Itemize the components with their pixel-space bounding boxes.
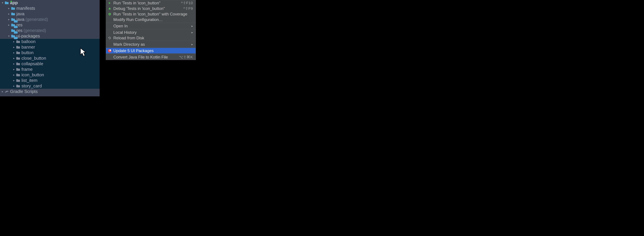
menu-label: Local History xyxy=(113,30,192,35)
tree-node-story-card[interactable]: ▸ story_card xyxy=(0,83,100,89)
resource-folder-icon xyxy=(11,35,15,38)
menu-update-ui-packages[interactable]: Update 5 UI Packages xyxy=(106,48,196,53)
coverage-icon xyxy=(107,13,112,16)
menu-separator xyxy=(106,47,196,48)
tree-node-java[interactable]: ▸ java xyxy=(0,11,100,17)
tree-node-frame[interactable]: ▸ frame xyxy=(0,67,100,72)
submenu-arrow-icon: ▸ xyxy=(192,43,193,46)
folder-icon xyxy=(16,51,20,54)
chevron-right-icon: ▸ xyxy=(12,84,16,88)
folder-icon xyxy=(16,85,20,87)
chevron-right-icon: ▸ xyxy=(12,68,16,71)
menu-shortcut: ⌥⇧⌘K xyxy=(179,55,193,59)
menu-reload-from-disk[interactable]: Reload from Disk xyxy=(106,35,196,41)
menu-shortcut: ^⇧F9 xyxy=(183,6,193,11)
folder-icon xyxy=(16,40,20,43)
menu-label: Modify Run Configuration… xyxy=(113,17,193,22)
tree-label: icon_button xyxy=(22,72,44,77)
tree-label: list_item xyxy=(22,78,38,83)
tree-label: manifests xyxy=(16,6,35,11)
tree-label-suffix: (generated) xyxy=(24,28,46,33)
tree-node-close-button[interactable]: ▸ close_button xyxy=(0,55,100,61)
menu-label: Debug 'Tests in 'icon_button'' xyxy=(113,6,183,11)
menu-label: Update 5 UI Packages xyxy=(113,48,193,53)
folder-icon xyxy=(16,46,20,49)
submenu-arrow-icon: ▸ xyxy=(192,24,193,28)
chevron-right-icon: ▸ xyxy=(12,46,16,49)
menu-label: Reload from Disk xyxy=(113,36,193,40)
folder-icon xyxy=(11,13,15,15)
folder-icon xyxy=(16,63,20,65)
chevron-right-icon: ▸ xyxy=(8,18,10,21)
chevron-right-icon: ▸ xyxy=(12,51,16,54)
menu-run-coverage[interactable]: Run 'Tests in 'icon_button'' with Covera… xyxy=(106,11,196,17)
tree-node-java-generated[interactable]: ▸ java (generated) xyxy=(0,17,100,22)
chevron-right-icon: ▸ xyxy=(8,12,10,16)
tree-node-collapsable[interactable]: ▸ collapsable xyxy=(0,61,100,67)
bug-icon xyxy=(107,7,112,10)
tree-node-icon-button[interactable]: ▸ icon_button xyxy=(0,72,100,78)
tree-node-manifests[interactable]: ▸ manifests xyxy=(0,6,100,11)
menu-label: Run 'Tests in 'icon_button'' with Covera… xyxy=(113,12,193,17)
tree-label-suffix: (generated) xyxy=(26,17,48,22)
module-active-dot-icon xyxy=(10,1,12,2)
tree-node-res[interactable]: ▸ res xyxy=(0,22,100,28)
tree-node-button[interactable]: ▸ button xyxy=(0,50,100,55)
chevron-down-icon: ▾ xyxy=(8,35,10,38)
tree-node-app[interactable]: ▾ app xyxy=(0,0,100,6)
project-tree-panel: ▾ app ▸ manifests ▸ java ▸ java (generat… xyxy=(0,0,100,96)
chevron-right-icon: ▸ xyxy=(12,62,16,65)
chevron-down-icon: ▾ xyxy=(1,1,4,4)
tree-node-balloon[interactable]: ▸ balloon xyxy=(0,39,100,44)
tree-label: balloon xyxy=(22,39,36,44)
menu-local-history[interactable]: Local History ▸ xyxy=(106,30,196,35)
folder-icon xyxy=(11,7,15,10)
tree-node-banner[interactable]: ▸ banner xyxy=(0,44,100,50)
gradle-icon xyxy=(5,90,9,93)
chevron-right-icon: ▸ xyxy=(1,90,4,93)
folder-icon xyxy=(16,74,20,76)
resource-folder-icon xyxy=(11,24,15,26)
menu-mark-directory-as[interactable]: Mark Directory as ▸ xyxy=(106,42,196,47)
folder-generated-icon xyxy=(11,18,15,21)
chevron-right-icon: ▸ xyxy=(12,79,16,82)
chevron-right-icon: ▸ xyxy=(8,7,10,10)
tree-label: java xyxy=(16,11,24,17)
tree-node-res-generated[interactable]: ▸ res (generated) xyxy=(0,28,100,33)
chevron-right-icon: ▸ xyxy=(12,73,16,76)
tree-node-ui-packages[interactable]: ▾ ui-packages xyxy=(0,33,100,39)
play-icon xyxy=(107,2,112,4)
menu-open-in[interactable]: Open In ▸ xyxy=(106,23,196,29)
menu-label: Open In xyxy=(113,24,192,28)
submenu-arrow-icon: ▸ xyxy=(192,31,193,34)
menu-debug-tests[interactable]: Debug 'Tests in 'icon_button'' ^⇧F9 xyxy=(106,6,196,11)
menu-separator xyxy=(106,29,196,29)
resource-folder-generated-icon xyxy=(11,29,15,32)
chevron-right-icon: ▸ xyxy=(12,40,16,43)
tree-label: story_card xyxy=(22,83,42,89)
tree-node-gradle-scripts[interactable]: ▸ Gradle Scripts xyxy=(0,89,100,94)
tree-label: frame xyxy=(22,67,32,72)
tree-label: java xyxy=(16,17,24,22)
chevron-right-icon: ▸ xyxy=(8,23,10,27)
context-menu: Run 'Tests in 'icon_button'' ^⇧F10 Debug… xyxy=(106,0,196,60)
menu-modify-run-config[interactable]: Modify Run Configuration… xyxy=(106,17,196,22)
tree-label: banner xyxy=(22,45,35,50)
menu-label: Mark Directory as xyxy=(113,42,192,47)
menu-label: Run 'Tests in 'icon_button'' xyxy=(113,1,181,5)
menu-convert-java-kotlin[interactable]: Convert Java File to Kotlin File ⌥⇧⌘K xyxy=(106,54,196,60)
tree-node-list-item[interactable]: ▸ list_item xyxy=(0,78,100,83)
tree-label: collapsable xyxy=(22,61,43,66)
folder-icon xyxy=(16,57,20,60)
tree-label: ui-packages xyxy=(16,34,40,39)
folder-icon xyxy=(16,68,20,71)
tree-label: close_button xyxy=(22,56,46,61)
folder-icon xyxy=(16,79,20,82)
relay-plugin-icon xyxy=(107,49,112,52)
menu-run-tests[interactable]: Run 'Tests in 'icon_button'' ^⇧F10 xyxy=(106,0,196,6)
tree-label: Gradle Scripts xyxy=(10,89,38,94)
tree-label: button xyxy=(22,50,34,55)
menu-shortcut: ^⇧F10 xyxy=(181,1,193,5)
chevron-right-icon: ▸ xyxy=(12,57,16,60)
menu-label: Convert Java File to Kotlin File xyxy=(113,55,179,60)
